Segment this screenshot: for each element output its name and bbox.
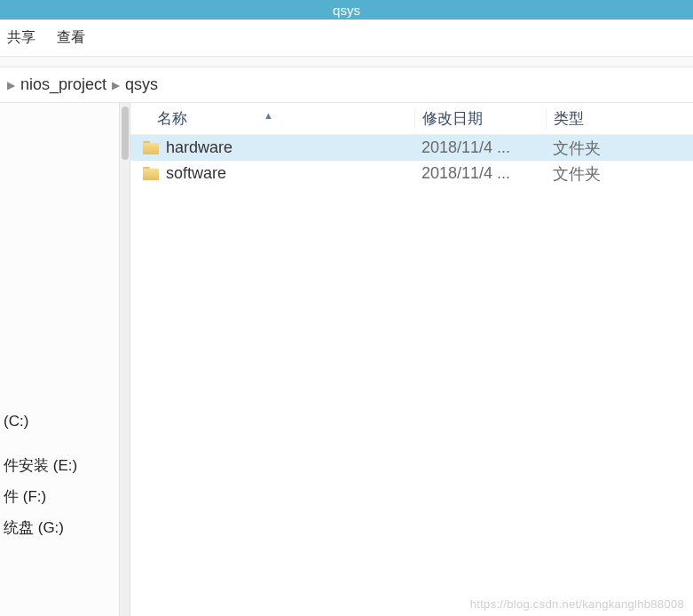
- cell-name: hardware: [130, 138, 414, 157]
- watermark: https://blog.csdn.net/kangkanglhb88008: [470, 597, 684, 611]
- cell-date: 2018/11/4 ...: [414, 138, 546, 157]
- splitter[interactable]: [120, 103, 130, 616]
- breadcrumb-part[interactable]: qsys: [125, 75, 158, 94]
- file-name: hardware: [166, 138, 232, 157]
- tab-view[interactable]: 查看: [57, 28, 85, 47]
- column-header-name[interactable]: 名称 ▲: [130, 108, 414, 129]
- column-headers: 名称 ▲ 修改日期 类型: [130, 103, 693, 135]
- main-area: (C:) 件安装 (E:) 件 (F:) 统盘 (G:) 名称 ▲ 修改日期 类…: [0, 103, 693, 616]
- table-row[interactable]: hardware2018/11/4 ...文件夹: [130, 135, 693, 161]
- breadcrumb-part[interactable]: nios_project: [20, 75, 106, 94]
- tab-share[interactable]: 共享: [7, 28, 35, 47]
- table-row[interactable]: software2018/11/4 ...文件夹: [130, 161, 693, 186]
- breadcrumb[interactable]: ▶ nios_project ▶ qsys: [0, 67, 693, 103]
- column-header-type[interactable]: 类型: [546, 108, 693, 129]
- folder-icon: [143, 167, 159, 180]
- column-header-date[interactable]: 修改日期: [414, 108, 546, 129]
- sort-ascending-icon: ▲: [264, 110, 273, 121]
- sidebar-drive-c[interactable]: (C:): [2, 407, 117, 436]
- nav-sidebar[interactable]: (C:) 件安装 (E:) 件 (F:) 统盘 (G:): [0, 103, 120, 616]
- window-title: qsys: [333, 3, 360, 18]
- chevron-right-icon[interactable]: ▶: [7, 79, 15, 91]
- sidebar-drive-e[interactable]: 件安装 (E:): [2, 450, 117, 481]
- ribbon-tabs: 共享 查看: [0, 20, 693, 57]
- cell-date: 2018/11/4 ...: [414, 164, 546, 183]
- cell-type: 文件夹: [546, 138, 693, 159]
- window-titlebar: qsys: [0, 0, 693, 20]
- sidebar-drive-f[interactable]: 件 (F:): [2, 481, 117, 512]
- scrollbar-thumb[interactable]: [122, 107, 129, 160]
- file-name: software: [166, 164, 226, 183]
- file-list: 名称 ▲ 修改日期 类型 hardware2018/11/4 ...文件夹sof…: [130, 103, 693, 616]
- folder-icon: [143, 141, 159, 154]
- ribbon-divider: [0, 57, 693, 67]
- cell-type: 文件夹: [546, 163, 693, 185]
- chevron-right-icon[interactable]: ▶: [112, 79, 120, 91]
- sidebar-drive-g[interactable]: 统盘 (G:): [2, 512, 117, 543]
- sidebar-top-spacer: [2, 110, 117, 407]
- sidebar-item[interactable]: [2, 110, 117, 121]
- cell-name: software: [130, 164, 414, 183]
- file-rows: hardware2018/11/4 ...文件夹software2018/11/…: [130, 135, 693, 186]
